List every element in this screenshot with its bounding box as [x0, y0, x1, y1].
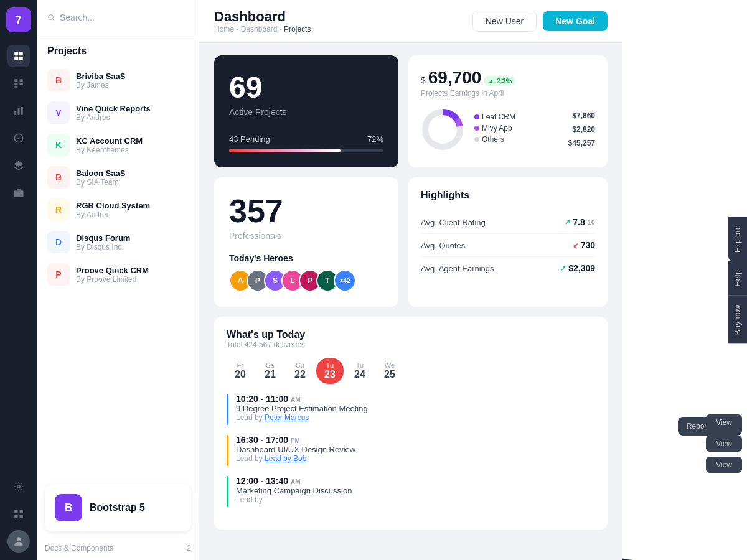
calendar-days: Fr20Sa21Su22Tu23Tu24We25: [227, 358, 595, 384]
nav-icon-grid2[interactable]: [7, 503, 30, 525]
search-input[interactable]: [60, 12, 169, 22]
avatars-row: APSLPT+42: [229, 269, 383, 292]
new-user-button[interactable]: New User: [472, 11, 537, 32]
legend-dot: [474, 137, 479, 142]
docs-bar[interactable]: Docs & Components 2: [37, 539, 199, 560]
search-bar: [37, 0, 199, 35]
legend-item: Others: [474, 135, 558, 144]
app-badge[interactable]: 7: [6, 7, 31, 32]
day-name: Su: [296, 362, 304, 369]
highlight-row: Avg. Quotes ↙730: [421, 234, 595, 257]
legend-value: $7,660: [572, 111, 595, 120]
calendar-day[interactable]: Fr20: [227, 358, 254, 384]
project-icon: D: [47, 231, 70, 253]
project-author: By Andres: [76, 113, 151, 122]
nav-icon-briefcase[interactable]: [7, 182, 30, 204]
right-panel: ExploreHelpBuy now Report Center View Vi…: [622, 0, 747, 560]
highlight-row: Avg. Client Rating ↗7.8 10: [421, 211, 595, 234]
view-button-1[interactable]: View: [706, 414, 742, 431]
project-list: B Briviba SaaS By James V Vine Quick Rep…: [37, 62, 199, 477]
events-list: 10:20 - 11:00 AM 9 Degree Project Estima…: [227, 394, 595, 507]
day-num: 25: [384, 369, 395, 380]
project-name: Proove Quick CRM: [76, 266, 149, 275]
user-avatar[interactable]: [7, 530, 30, 553]
project-item[interactable]: B Briviba SaaS By James: [42, 64, 194, 96]
side-action-button[interactable]: Explore: [728, 217, 747, 261]
dashboard-content: 69 Active Projects 43 Pending 72% $ 69,7…: [199, 43, 622, 560]
view-button-3[interactable]: View: [706, 457, 742, 473]
project-info: Vine Quick Reports By Andres: [76, 104, 151, 122]
project-item[interactable]: K KC Account CRM By Keenthemes: [42, 129, 194, 161]
legend-label: Mivy App: [474, 124, 512, 133]
calendar-day[interactable]: Tu24: [346, 358, 374, 384]
nav-icon-grid[interactable]: [7, 72, 30, 95]
pending-count: 43 Pending: [229, 134, 270, 144]
svg-rect-2: [14, 57, 18, 60]
svg-rect-14: [14, 190, 24, 197]
top-bar: Dashboard Home - Dashboard - Projects Ne…: [199, 0, 622, 43]
event-bar: [227, 476, 228, 507]
event-bar: [227, 435, 228, 466]
project-item[interactable]: P Proove Quick CRM By Proove Limited: [42, 258, 194, 291]
sidebar: Projects B Briviba SaaS By James V Vine …: [37, 0, 199, 560]
nav-icon-check[interactable]: [7, 127, 30, 149]
event-ampm: AM: [291, 396, 301, 403]
side-action-button[interactable]: Buy now: [728, 296, 747, 344]
project-icon: B: [47, 166, 70, 189]
calendar-title: What's up Today: [227, 329, 595, 340]
promo-icon: B: [55, 494, 82, 521]
project-info: Disqus Forum By Disqus Inc.: [76, 233, 130, 251]
promo-card[interactable]: B Bootstrap 5: [45, 484, 191, 531]
event-lead-link[interactable]: Peter Marcus: [265, 413, 309, 422]
calendar-day[interactable]: Su22: [286, 358, 314, 384]
highlights-title: Highlights: [421, 190, 595, 201]
breadcrumb-projects[interactable]: Projects: [284, 25, 311, 34]
project-item[interactable]: V Vine Quick Reports By Andres: [42, 96, 194, 129]
project-item[interactable]: D Disqus Forum By Disqus Inc.: [42, 226, 194, 258]
new-goal-button[interactable]: New Goal: [543, 11, 608, 31]
breadcrumb-dashboard[interactable]: Dashboard: [241, 25, 278, 34]
search-icon: [47, 13, 55, 22]
project-item[interactable]: B Baloon SaaS By SIA Team: [42, 161, 194, 194]
earnings-legend: Leaf CRM Mivy App Others: [474, 113, 558, 146]
project-author: By SIA Team: [76, 178, 125, 187]
breadcrumb-home[interactable]: Home: [214, 25, 234, 34]
view-button-2[interactable]: View: [706, 436, 742, 452]
svg-rect-18: [14, 515, 17, 518]
svg-point-20: [17, 537, 21, 541]
earnings-badge: ▲ 2.2%: [484, 76, 515, 86]
legend-label: Others: [474, 135, 504, 144]
day-num: 21: [265, 369, 276, 380]
calendar-card: What's up Today Total 424,567 deliveries…: [214, 317, 608, 530]
project-icon: B: [47, 69, 70, 91]
highlight-name: Avg. Client Rating: [421, 218, 486, 227]
donut-row: Leaf CRM Mivy App Others $7,660$2,820$45…: [421, 108, 595, 151]
calendar-today[interactable]: Tu23: [316, 358, 344, 384]
professionals-card: 357 Professionals Today's Heroes APSLPT+…: [214, 177, 398, 307]
nav-icon-dashboard[interactable]: [7, 45, 30, 67]
side-action-button[interactable]: Help: [728, 261, 747, 296]
day-num: 20: [235, 369, 246, 380]
event-bar: [227, 394, 228, 425]
event-details: 16:30 - 17:00 PM Dashboard UI/UX Design …: [236, 435, 355, 463]
day-name: Tu: [356, 362, 364, 369]
event-title: 9 Degree Project Estimation Meeting: [236, 404, 368, 413]
project-author: By James: [76, 81, 126, 90]
svg-point-21: [49, 15, 54, 20]
progress-pct: 72%: [367, 134, 383, 144]
day-name: Fr: [237, 362, 243, 369]
nav-icon-chart[interactable]: [7, 100, 30, 122]
svg-rect-16: [14, 510, 17, 513]
event-item: 16:30 - 17:00 PM Dashboard UI/UX Design …: [227, 435, 595, 466]
event-lead-link[interactable]: Lead by Bob: [265, 454, 306, 463]
nav-icon-settings[interactable]: [7, 475, 30, 498]
nav-icon-layers[interactable]: [7, 154, 30, 177]
calendar-header: What's up Today Total 424,567 deliveries: [227, 329, 595, 349]
filter-button[interactable]: [174, 9, 189, 26]
svg-rect-10: [18, 108, 20, 115]
project-item[interactable]: R RGB Cloud System By Andrei: [42, 194, 194, 226]
docs-label: Docs & Components: [45, 544, 113, 553]
calendar-day[interactable]: Sa21: [256, 358, 284, 384]
calendar-day[interactable]: We25: [376, 358, 403, 384]
calendar-subtitle: Total 424,567 deliveries: [227, 340, 595, 349]
